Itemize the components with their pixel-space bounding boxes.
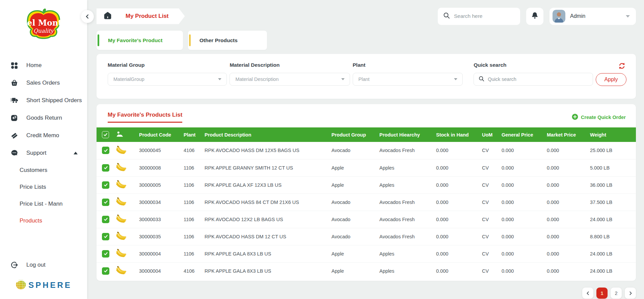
cell-general-price: 0.000 — [502, 159, 547, 176]
cell-stock: 0.000 — [436, 245, 482, 262]
chevron-down-icon — [218, 78, 221, 80]
sidebar-item-support[interactable]: Support — [0, 144, 87, 162]
column-header-product-group: Product Group — [331, 127, 379, 142]
sidebar-item-short-shipped-orders[interactable]: Short Shipped Orders — [0, 92, 87, 109]
cell-hierarchy: Apples — [379, 159, 436, 176]
favorites-list-panel: My Favorite's Products List Create Quick… — [97, 104, 636, 281]
cell-plant: 4106 — [184, 262, 205, 279]
material-description-label: Material Description — [230, 62, 350, 68]
sidebar-item-products[interactable]: Products — [0, 212, 87, 229]
sidebar-item-label: Credit Memo — [26, 132, 59, 139]
cell-market-price: 0.000 — [547, 142, 590, 159]
tab-my-favorites-product[interactable]: My Favorite's Product — [97, 31, 183, 50]
cell-plant: 1106 — [184, 176, 205, 193]
sidebar-collapse-button[interactable] — [81, 10, 94, 23]
breadcrumb-home-button[interactable] — [97, 8, 122, 24]
cell-general-price: 0.000 — [502, 245, 547, 262]
material-description-select[interactable]: Material Description — [230, 73, 350, 86]
cell-group: Avocado — [331, 193, 379, 211]
sidebar-item-customers[interactable]: Customers — [0, 162, 87, 179]
sidebar-item-sales-orders[interactable]: Sales Orders — [0, 74, 87, 92]
cell-description: RPK APPLE GALA XF 12X3 LB US — [205, 176, 331, 193]
user-menu[interactable]: Admin — [549, 8, 636, 25]
pagination-page-1[interactable]: 1 — [596, 288, 608, 299]
tab-other-products[interactable]: Other Products — [188, 31, 267, 50]
cell-general-price: 0.000 — [502, 211, 547, 228]
grid-icon — [10, 62, 18, 69]
sidebar-bottom: Log out — [0, 257, 87, 299]
cell-hierarchy: Avocados Fresh — [379, 193, 436, 211]
cell-code: 30000004 — [139, 245, 184, 262]
sidebar-item-home[interactable]: Home — [0, 57, 87, 74]
tab-label: Other Products — [199, 37, 238, 43]
sphere-logo: SPHERE — [15, 279, 72, 292]
products-table: Product CodePlantProduct DescriptionProd… — [97, 127, 636, 279]
row-checkbox[interactable] — [102, 216, 109, 223]
cell-hierarchy: Apples — [379, 245, 436, 262]
chevron-down-icon — [626, 15, 630, 18]
logo-text-quality: Quality — [33, 28, 55, 34]
cell-market-price: 0.000 — [547, 176, 590, 193]
select-all-checkbox[interactable] — [102, 131, 109, 138]
cell-general-price: 0.000 — [502, 193, 547, 211]
cell-weight: 5.000 LB — [590, 159, 636, 176]
cell-stock: 0.000 — [436, 262, 482, 279]
sidebar-item-price-lists[interactable]: Price Lists — [0, 179, 87, 196]
row-checkbox[interactable] — [102, 233, 109, 240]
row-checkbox[interactable] — [102, 181, 109, 189]
logout-icon — [10, 261, 18, 269]
banana-product-image — [116, 163, 127, 172]
quick-search-input[interactable] — [488, 77, 588, 82]
cell-group: Avocado — [331, 142, 379, 159]
cell-code: 30000004 — [139, 262, 184, 279]
banana-product-image — [116, 232, 127, 240]
sidebar-item-goods-return[interactable]: Goods Return — [0, 109, 87, 127]
cell-weight: 8.800 LB — [590, 228, 636, 245]
row-checkbox[interactable] — [102, 199, 109, 206]
column-header-product-hiearchy: Product Hiearchy — [379, 127, 436, 142]
pagination-page-2[interactable]: 2 — [611, 288, 622, 299]
cell-hierarchy: Avocados Fresh — [379, 142, 436, 159]
row-checkbox[interactable] — [102, 164, 109, 172]
cell-weight: 24.000 LB — [590, 211, 636, 228]
sidebar: Del Monte Quality HomeSales OrdersShort … — [0, 0, 87, 299]
notifications-button[interactable] — [526, 8, 543, 25]
cell-uom: CV — [482, 176, 502, 193]
cell-code: 30000005 — [139, 176, 184, 193]
cell-stock: 0.000 — [436, 176, 482, 193]
chevron-down-icon — [341, 78, 345, 80]
plus-circle-icon — [572, 114, 578, 121]
plant-placeholder: Plant — [358, 77, 370, 82]
row-checkbox[interactable] — [102, 267, 109, 275]
cell-stock: 0.000 — [436, 228, 482, 245]
cell-code: 30000035 — [139, 228, 184, 245]
cell-description: RPK AVOCADO HASS DM 12 CT US — [205, 228, 331, 245]
sidebar-item-credit-memo[interactable]: Credit Memo — [0, 127, 87, 144]
breadcrumb-current-page[interactable]: My Product List — [116, 8, 185, 24]
table-header-row: Product CodePlantProduct DescriptionProd… — [97, 127, 636, 142]
column-header-weight: Weight — [590, 127, 636, 142]
material-group-select[interactable]: MaterialGroup — [108, 73, 227, 86]
cell-group: Apple — [331, 159, 379, 176]
create-quick-order-label: Create Quick Order — [581, 115, 626, 120]
global-search-input[interactable] — [454, 13, 515, 19]
column-header-general-price: General Price — [502, 127, 547, 142]
refresh-icon[interactable] — [618, 62, 626, 71]
cell-code: 30000033 — [139, 211, 184, 228]
apply-button[interactable]: Apply — [596, 73, 626, 86]
plant-label: Plant — [353, 62, 463, 68]
cell-uom: CV — [482, 159, 502, 176]
delmonte-logo: Del Monte Quality — [22, 8, 65, 48]
home-icon — [103, 11, 112, 21]
column-header-product-description: Product Description — [205, 127, 331, 142]
sidebar-item-price-list-mann[interactable]: Price List - Mann — [0, 196, 87, 212]
plant-select[interactable]: Plant — [353, 73, 463, 86]
create-quick-order-button[interactable]: Create Quick Order — [572, 114, 626, 121]
row-checkbox[interactable] — [102, 147, 109, 154]
logout-button[interactable]: Log out — [0, 257, 87, 273]
cell-stock: 0.000 — [436, 211, 482, 228]
pagination-prev-button[interactable] — [582, 288, 593, 299]
sidebar-item-label: Sales Orders — [26, 80, 60, 86]
row-checkbox[interactable] — [102, 250, 109, 258]
pagination-next-button[interactable] — [625, 288, 636, 299]
